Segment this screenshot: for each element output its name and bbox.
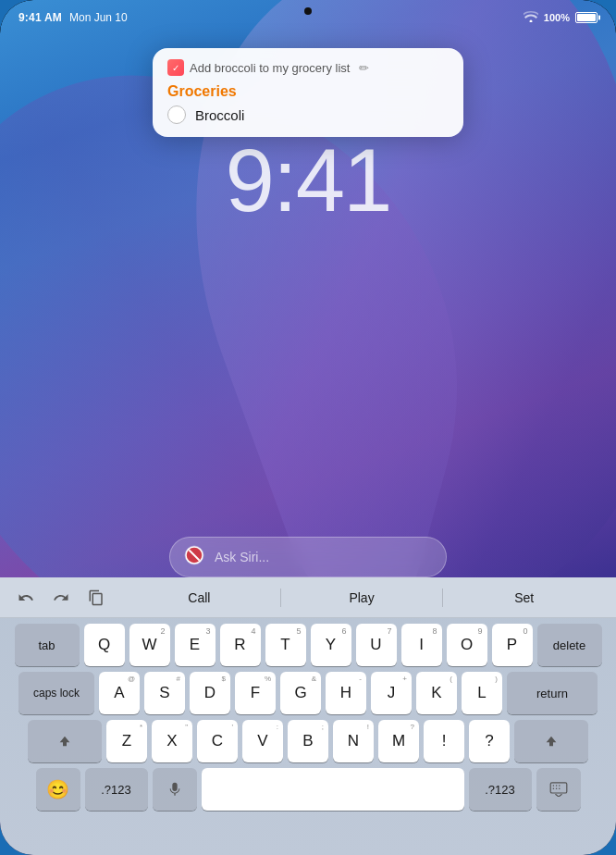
notification-title-row: ✓ Add broccoli to my grocery list ✏ (167, 59, 369, 76)
v-key[interactable]: :V (242, 720, 283, 762)
siri-bar[interactable]: Ask Siri... (169, 537, 447, 577)
x-key[interactable]: "X (152, 720, 192, 762)
space-key[interactable] (202, 768, 464, 811)
suggestion-set[interactable]: Set (443, 587, 605, 609)
f-key[interactable]: %F (235, 672, 276, 714)
notification-list-title: Groceries (167, 83, 449, 100)
keyboard-rows: tab Q 2W 3E 4R 5T 6Y 7U 8I 9O 0P delete … (0, 618, 616, 814)
suggestion-play[interactable]: Play (281, 587, 443, 609)
wifi-icon (524, 11, 538, 25)
key-row-1: tab Q 2W 3E 4R 5T 6Y 7U 8I 9O 0P delete (4, 624, 612, 666)
h-key[interactable]: -H (326, 672, 366, 714)
shift-left-key[interactable] (28, 720, 102, 762)
p-key[interactable]: 0P (492, 624, 533, 666)
y-key[interactable]: 6Y (311, 624, 351, 666)
t-key[interactable]: 5T (265, 624, 306, 666)
mic-key[interactable] (153, 768, 197, 811)
reminders-app-icon: ✓ (167, 59, 184, 76)
item-label: Broccoli (195, 107, 244, 123)
c-key[interactable]: 'C (197, 720, 238, 762)
suggestion-call[interactable]: Call (118, 587, 280, 609)
notification-subtitle: Add broccoli to my grocery list (190, 61, 350, 75)
k-key[interactable]: (K (416, 672, 457, 714)
item-checkbox[interactable] (167, 105, 186, 124)
delete-key[interactable]: delete (537, 624, 602, 666)
tab-key[interactable]: tab (15, 624, 80, 666)
m-key[interactable]: ?M (378, 720, 419, 762)
question-key[interactable]: ? (469, 720, 510, 762)
camera-dot (304, 7, 312, 15)
ipad-frame: 9:41 AM Mon Jun 10 100% (0, 0, 616, 855)
g-key[interactable]: &G (280, 672, 321, 714)
status-time: 9:41 AM (18, 11, 62, 24)
keyboard-area: Call Play Set tab Q 2W 3E 4R 5T 6Y 7U 8I… (0, 577, 616, 855)
undo-button[interactable] (11, 583, 41, 613)
n-key[interactable]: !N (333, 720, 374, 762)
e-key[interactable]: 3E (175, 624, 216, 666)
battery-percent: 100% (544, 12, 570, 23)
numbers-key-left[interactable]: .?123 (85, 768, 148, 811)
j-key[interactable]: +J (371, 672, 412, 714)
notification-item[interactable]: Broccoli (167, 105, 449, 124)
siri-icon (183, 544, 205, 570)
i-key[interactable]: 8I (401, 624, 442, 666)
notification-header: ✓ Add broccoli to my grocery list ✏ (167, 59, 449, 76)
status-bar: 9:41 AM Mon Jun 10 100% (0, 0, 616, 30)
paste-button[interactable] (81, 583, 111, 613)
caps-lock-key[interactable]: caps lock (18, 672, 94, 714)
key-row-4: 😊 .?123 .?123 (4, 768, 612, 811)
emoji-key[interactable]: 😊 (36, 768, 80, 811)
s-key[interactable]: #S (144, 672, 185, 714)
o-key[interactable]: 9O (447, 624, 487, 666)
keyboard-toolbar: Call Play Set (0, 577, 616, 618)
toolbar-left (11, 583, 111, 613)
exclaim-key[interactable]: ! (424, 720, 464, 762)
status-date: Mon Jun 10 (69, 11, 128, 24)
redo-button[interactable] (46, 583, 76, 613)
q-key[interactable]: Q (84, 624, 125, 666)
key-row-3: *Z "X 'C :V ;B !N ?M ! ? (4, 720, 612, 762)
numbers-key-right[interactable]: .?123 (469, 768, 532, 811)
status-right-icons: 100% (524, 11, 598, 25)
siri-placeholder: Ask Siri... (215, 550, 269, 564)
b-key[interactable]: ;B (288, 720, 328, 762)
notification-card[interactable]: ✓ Add broccoli to my grocery list ✏ Groc… (153, 48, 463, 137)
u-key[interactable]: 7U (356, 624, 397, 666)
key-row-2: caps lock @A #S $D %F &G -H +J (K )L ret… (4, 672, 612, 714)
w-key[interactable]: 2W (129, 624, 170, 666)
toolbar-suggestions: Call Play Set (118, 587, 605, 609)
lock-time: 9:41 (226, 130, 391, 231)
d-key[interactable]: $D (190, 672, 230, 714)
return-key[interactable]: return (507, 672, 598, 714)
z-key[interactable]: *Z (106, 720, 147, 762)
svg-rect-4 (550, 783, 567, 793)
battery-icon (575, 12, 598, 23)
a-key[interactable]: @A (99, 672, 140, 714)
r-key[interactable]: 4R (220, 624, 261, 666)
l-key[interactable]: )L (462, 672, 502, 714)
edit-icon[interactable]: ✏ (359, 61, 369, 75)
shift-right-key[interactable] (514, 720, 588, 762)
keyboard-dismiss-key[interactable] (536, 768, 581, 811)
